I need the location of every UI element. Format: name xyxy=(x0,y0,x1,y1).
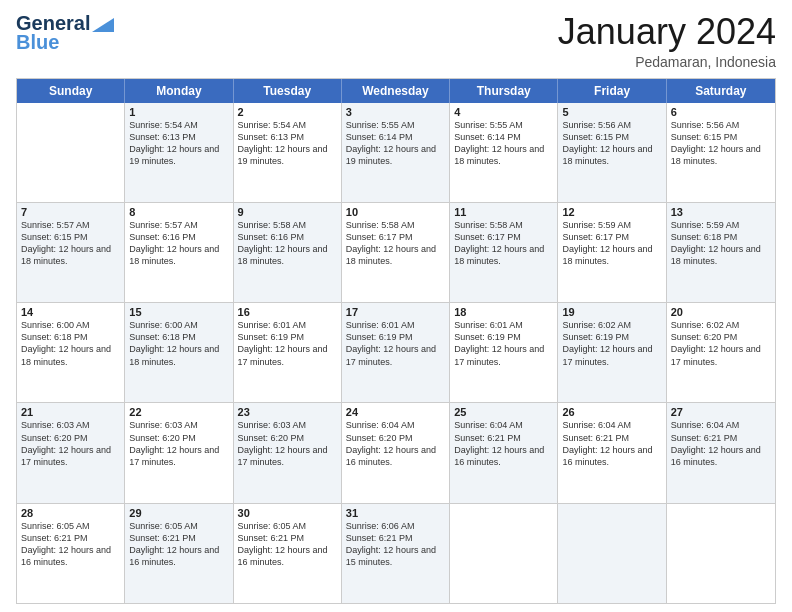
page: General Blue January 2024 Pedamaran, Ind… xyxy=(0,0,792,612)
cell-info: Sunrise: 5:58 AM Sunset: 6:17 PM Dayligh… xyxy=(346,219,445,268)
cell-info: Sunrise: 6:02 AM Sunset: 6:20 PM Dayligh… xyxy=(671,319,771,368)
cell-info: Sunrise: 6:04 AM Sunset: 6:20 PM Dayligh… xyxy=(346,419,445,468)
day-number: 3 xyxy=(346,106,445,118)
calendar-cell: 30Sunrise: 6:05 AM Sunset: 6:21 PM Dayli… xyxy=(234,504,342,603)
calendar-cell xyxy=(17,103,125,202)
cell-info: Sunrise: 6:04 AM Sunset: 6:21 PM Dayligh… xyxy=(562,419,661,468)
calendar-cell: 11Sunrise: 5:58 AM Sunset: 6:17 PM Dayli… xyxy=(450,203,558,302)
calendar-cell: 1Sunrise: 5:54 AM Sunset: 6:13 PM Daylig… xyxy=(125,103,233,202)
cell-info: Sunrise: 6:05 AM Sunset: 6:21 PM Dayligh… xyxy=(21,520,120,569)
logo-blue: Blue xyxy=(16,31,59,54)
day-number: 4 xyxy=(454,106,553,118)
cell-info: Sunrise: 5:59 AM Sunset: 6:17 PM Dayligh… xyxy=(562,219,661,268)
day-number: 22 xyxy=(129,406,228,418)
day-number: 10 xyxy=(346,206,445,218)
day-number: 17 xyxy=(346,306,445,318)
cell-info: Sunrise: 5:55 AM Sunset: 6:14 PM Dayligh… xyxy=(346,119,445,168)
cell-info: Sunrise: 5:54 AM Sunset: 6:13 PM Dayligh… xyxy=(238,119,337,168)
day-number: 18 xyxy=(454,306,553,318)
calendar-cell: 8Sunrise: 5:57 AM Sunset: 6:16 PM Daylig… xyxy=(125,203,233,302)
weekday-header: Friday xyxy=(558,79,666,103)
weekday-header: Wednesday xyxy=(342,79,450,103)
cell-info: Sunrise: 5:58 AM Sunset: 6:16 PM Dayligh… xyxy=(238,219,337,268)
day-number: 24 xyxy=(346,406,445,418)
calendar-cell: 9Sunrise: 5:58 AM Sunset: 6:16 PM Daylig… xyxy=(234,203,342,302)
calendar-cell: 26Sunrise: 6:04 AM Sunset: 6:21 PM Dayli… xyxy=(558,403,666,502)
cell-info: Sunrise: 6:03 AM Sunset: 6:20 PM Dayligh… xyxy=(129,419,228,468)
calendar-cell xyxy=(450,504,558,603)
day-number: 21 xyxy=(21,406,120,418)
calendar-cell: 24Sunrise: 6:04 AM Sunset: 6:20 PM Dayli… xyxy=(342,403,450,502)
calendar-cell: 17Sunrise: 6:01 AM Sunset: 6:19 PM Dayli… xyxy=(342,303,450,402)
day-number: 20 xyxy=(671,306,771,318)
cell-info: Sunrise: 6:01 AM Sunset: 6:19 PM Dayligh… xyxy=(238,319,337,368)
calendar-cell: 14Sunrise: 6:00 AM Sunset: 6:18 PM Dayli… xyxy=(17,303,125,402)
weekday-header: Thursday xyxy=(450,79,558,103)
calendar-cell: 3Sunrise: 5:55 AM Sunset: 6:14 PM Daylig… xyxy=(342,103,450,202)
day-number: 7 xyxy=(21,206,120,218)
cell-info: Sunrise: 5:57 AM Sunset: 6:16 PM Dayligh… xyxy=(129,219,228,268)
cell-info: Sunrise: 5:58 AM Sunset: 6:17 PM Dayligh… xyxy=(454,219,553,268)
cell-info: Sunrise: 6:03 AM Sunset: 6:20 PM Dayligh… xyxy=(238,419,337,468)
calendar-cell: 22Sunrise: 6:03 AM Sunset: 6:20 PM Dayli… xyxy=(125,403,233,502)
logo: General Blue xyxy=(16,12,114,54)
calendar-row: 14Sunrise: 6:00 AM Sunset: 6:18 PM Dayli… xyxy=(17,302,775,402)
day-number: 2 xyxy=(238,106,337,118)
calendar-cell: 13Sunrise: 5:59 AM Sunset: 6:18 PM Dayli… xyxy=(667,203,775,302)
day-number: 11 xyxy=(454,206,553,218)
calendar-row: 28Sunrise: 6:05 AM Sunset: 6:21 PM Dayli… xyxy=(17,503,775,603)
calendar-cell xyxy=(667,504,775,603)
day-number: 12 xyxy=(562,206,661,218)
calendar: SundayMondayTuesdayWednesdayThursdayFrid… xyxy=(16,78,776,604)
day-number: 14 xyxy=(21,306,120,318)
calendar-cell: 15Sunrise: 6:00 AM Sunset: 6:18 PM Dayli… xyxy=(125,303,233,402)
title-block: January 2024 Pedamaran, Indonesia xyxy=(558,12,776,70)
cell-info: Sunrise: 6:05 AM Sunset: 6:21 PM Dayligh… xyxy=(238,520,337,569)
calendar-cell: 19Sunrise: 6:02 AM Sunset: 6:19 PM Dayli… xyxy=(558,303,666,402)
calendar-row: 7Sunrise: 5:57 AM Sunset: 6:15 PM Daylig… xyxy=(17,202,775,302)
day-number: 26 xyxy=(562,406,661,418)
cell-info: Sunrise: 5:56 AM Sunset: 6:15 PM Dayligh… xyxy=(562,119,661,168)
day-number: 15 xyxy=(129,306,228,318)
cell-info: Sunrise: 6:06 AM Sunset: 6:21 PM Dayligh… xyxy=(346,520,445,569)
cell-info: Sunrise: 6:04 AM Sunset: 6:21 PM Dayligh… xyxy=(454,419,553,468)
calendar-cell: 27Sunrise: 6:04 AM Sunset: 6:21 PM Dayli… xyxy=(667,403,775,502)
calendar-cell: 7Sunrise: 5:57 AM Sunset: 6:15 PM Daylig… xyxy=(17,203,125,302)
logo-icon xyxy=(92,18,114,32)
calendar-cell: 16Sunrise: 6:01 AM Sunset: 6:19 PM Dayli… xyxy=(234,303,342,402)
weekday-header: Tuesday xyxy=(234,79,342,103)
cell-info: Sunrise: 6:04 AM Sunset: 6:21 PM Dayligh… xyxy=(671,419,771,468)
calendar-cell: 20Sunrise: 6:02 AM Sunset: 6:20 PM Dayli… xyxy=(667,303,775,402)
location: Pedamaran, Indonesia xyxy=(558,54,776,70)
calendar-cell: 5Sunrise: 5:56 AM Sunset: 6:15 PM Daylig… xyxy=(558,103,666,202)
calendar-cell: 23Sunrise: 6:03 AM Sunset: 6:20 PM Dayli… xyxy=(234,403,342,502)
cell-info: Sunrise: 5:56 AM Sunset: 6:15 PM Dayligh… xyxy=(671,119,771,168)
day-number: 16 xyxy=(238,306,337,318)
svg-marker-0 xyxy=(92,18,114,32)
day-number: 5 xyxy=(562,106,661,118)
cell-info: Sunrise: 6:00 AM Sunset: 6:18 PM Dayligh… xyxy=(129,319,228,368)
cell-info: Sunrise: 5:55 AM Sunset: 6:14 PM Dayligh… xyxy=(454,119,553,168)
cell-info: Sunrise: 6:03 AM Sunset: 6:20 PM Dayligh… xyxy=(21,419,120,468)
cell-info: Sunrise: 5:57 AM Sunset: 6:15 PM Dayligh… xyxy=(21,219,120,268)
day-number: 9 xyxy=(238,206,337,218)
calendar-header: SundayMondayTuesdayWednesdayThursdayFrid… xyxy=(17,79,775,103)
calendar-cell: 12Sunrise: 5:59 AM Sunset: 6:17 PM Dayli… xyxy=(558,203,666,302)
cell-info: Sunrise: 6:05 AM Sunset: 6:21 PM Dayligh… xyxy=(129,520,228,569)
cell-info: Sunrise: 6:01 AM Sunset: 6:19 PM Dayligh… xyxy=(454,319,553,368)
calendar-body: 1Sunrise: 5:54 AM Sunset: 6:13 PM Daylig… xyxy=(17,103,775,603)
calendar-cell: 25Sunrise: 6:04 AM Sunset: 6:21 PM Dayli… xyxy=(450,403,558,502)
calendar-row: 21Sunrise: 6:03 AM Sunset: 6:20 PM Dayli… xyxy=(17,402,775,502)
day-number: 13 xyxy=(671,206,771,218)
day-number: 6 xyxy=(671,106,771,118)
cell-info: Sunrise: 5:54 AM Sunset: 6:13 PM Dayligh… xyxy=(129,119,228,168)
month-title: January 2024 xyxy=(558,12,776,52)
day-number: 23 xyxy=(238,406,337,418)
calendar-cell: 4Sunrise: 5:55 AM Sunset: 6:14 PM Daylig… xyxy=(450,103,558,202)
day-number: 25 xyxy=(454,406,553,418)
calendar-cell: 29Sunrise: 6:05 AM Sunset: 6:21 PM Dayli… xyxy=(125,504,233,603)
header: General Blue January 2024 Pedamaran, Ind… xyxy=(16,12,776,70)
calendar-cell: 21Sunrise: 6:03 AM Sunset: 6:20 PM Dayli… xyxy=(17,403,125,502)
cell-info: Sunrise: 6:02 AM Sunset: 6:19 PM Dayligh… xyxy=(562,319,661,368)
cell-info: Sunrise: 6:00 AM Sunset: 6:18 PM Dayligh… xyxy=(21,319,120,368)
